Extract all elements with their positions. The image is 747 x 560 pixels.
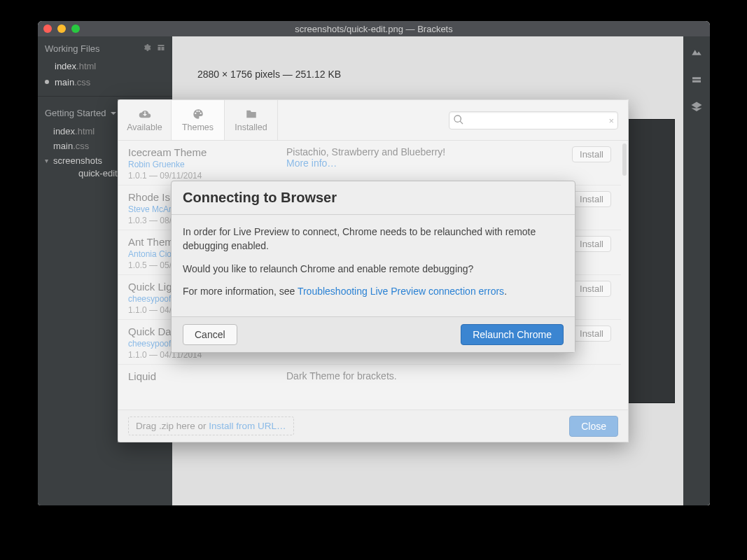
file-name: index [53, 126, 75, 136]
working-file-item[interactable]: main.css [38, 74, 172, 90]
cancel-button[interactable]: Cancel [183, 324, 237, 345]
project-label: Getting Started [45, 108, 106, 118]
working-files-list: index.html main.css [38, 58, 172, 90]
right-rail [683, 36, 710, 505]
file-name: quick-edit [78, 168, 118, 178]
dirty-dot-icon [45, 80, 49, 84]
modal-text-1: In order for Live Preview to connect, Ch… [183, 225, 564, 253]
working-files-tools [143, 43, 165, 54]
extensions-icon[interactable] [690, 74, 703, 88]
relaunch-chrome-button[interactable]: Relaunch Chrome [461, 324, 564, 345]
sidebar-divider [38, 96, 172, 97]
image-meta: 2880 × 1756 pixels — 251.12 KB [197, 69, 341, 80]
modal-footer: Cancel Relaunch Chrome [172, 317, 575, 352]
layers-icon[interactable] [690, 101, 703, 115]
file-name: main [53, 141, 73, 151]
chevron-down-icon [110, 110, 117, 117]
file-ext: .html [76, 61, 96, 71]
modal-title: Connecting to Browser [183, 190, 564, 206]
file-ext: .css [74, 77, 90, 88]
working-files-header: Working Files [38, 36, 172, 58]
file-ext: .css [73, 141, 89, 151]
modal-text-2: Would you like to relaunch Chrome and en… [183, 262, 564, 276]
modal-text-3: For more information, see Troubleshootin… [183, 284, 564, 298]
close-window-icon[interactable] [43, 24, 52, 33]
folder-name: screenshots [53, 155, 102, 166]
modal-header: Connecting to Browser [172, 181, 575, 215]
working-file-item[interactable]: index.html [38, 58, 172, 74]
layout-icon[interactable] [157, 43, 165, 54]
gear-icon[interactable] [143, 43, 151, 54]
window-controls [38, 24, 80, 33]
working-files-label: Working Files [45, 43, 100, 54]
modal-body: In order for Live Preview to connect, Ch… [172, 215, 575, 317]
file-name: main [55, 77, 74, 88]
minimize-window-icon[interactable] [57, 24, 66, 33]
file-name: index [55, 61, 76, 71]
troubleshooting-link[interactable]: Troubleshooting Live Preview connection … [298, 286, 504, 297]
connecting-modal: Connecting to Browser In order for Live … [171, 181, 575, 353]
titlebar[interactable]: screenshots/quick-edit.png — Brackets [38, 21, 710, 36]
file-ext: .html [75, 126, 95, 136]
window-title: screenshots/quick-edit.png — Brackets [38, 24, 710, 34]
live-preview-icon[interactable] [690, 46, 703, 61]
app-window: screenshots/quick-edit.png — Brackets Wo… [38, 21, 710, 505]
zoom-window-icon[interactable] [71, 24, 80, 33]
